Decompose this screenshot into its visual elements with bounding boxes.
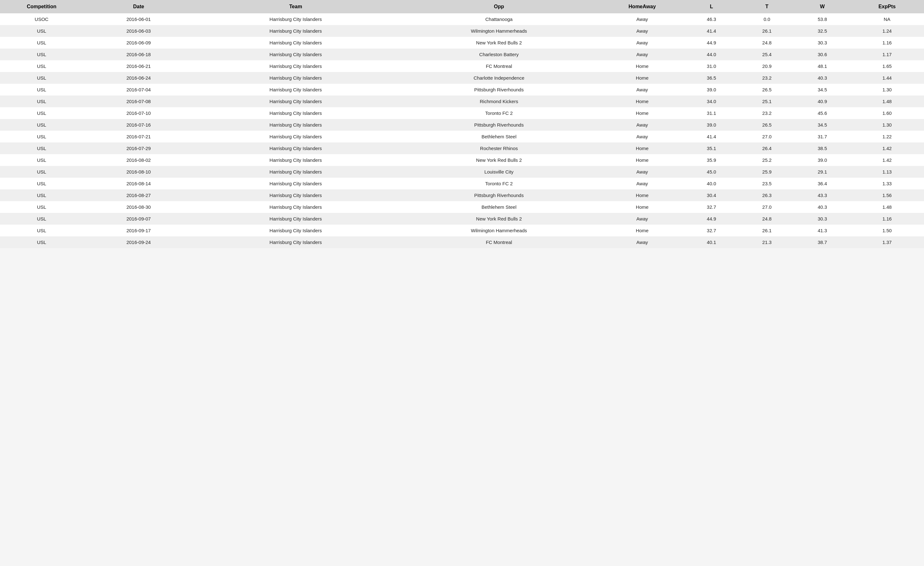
cell-team: Harrisburg City Islanders: [194, 119, 398, 131]
cell-l: 34.0: [684, 96, 740, 107]
cell-team: Harrisburg City Islanders: [194, 154, 398, 166]
cell-competition: USL: [0, 201, 83, 213]
cell-exppts: 1.16: [850, 37, 924, 49]
cell-competition: USL: [0, 154, 83, 166]
cell-competition: USL: [0, 96, 83, 107]
cell-t: 20.9: [740, 60, 795, 72]
cell-t: 25.9: [740, 166, 795, 178]
cell-exppts: 1.56: [850, 189, 924, 201]
cell-t: 21.3: [740, 237, 795, 248]
cell-exppts: NA: [850, 13, 924, 25]
header-l: L: [684, 0, 740, 13]
table-header-row: Competition Date Team Opp HomeAway L T W…: [0, 0, 924, 13]
cell-w: 48.1: [795, 60, 850, 72]
table-row: USL2016-06-21Harrisburg City IslandersFC…: [0, 60, 924, 72]
cell-opp: Pittsburgh Riverhounds: [397, 84, 601, 96]
cell-team: Harrisburg City Islanders: [194, 213, 398, 225]
header-team: Team: [194, 0, 398, 13]
cell-homeaway: Away: [601, 37, 684, 49]
cell-t: 23.2: [740, 107, 795, 119]
table-row: USL2016-08-30Harrisburg City IslandersBe…: [0, 201, 924, 213]
table-row: USL2016-09-17Harrisburg City IslandersWi…: [0, 225, 924, 237]
cell-opp: Richmond Kickers: [397, 96, 601, 107]
cell-competition: USL: [0, 178, 83, 189]
cell-exppts: 1.50: [850, 225, 924, 237]
cell-opp: New York Red Bulls 2: [397, 154, 601, 166]
cell-competition: USL: [0, 37, 83, 49]
cell-l: 44.9: [684, 37, 740, 49]
cell-exppts: 1.42: [850, 154, 924, 166]
cell-l: 46.3: [684, 13, 740, 25]
cell-team: Harrisburg City Islanders: [194, 225, 398, 237]
cell-competition: USL: [0, 60, 83, 72]
cell-w: 45.6: [795, 107, 850, 119]
cell-date: 2016-07-04: [83, 84, 194, 96]
cell-t: 27.0: [740, 131, 795, 142]
cell-l: 31.0: [684, 60, 740, 72]
cell-opp: Pittsburgh Riverhounds: [397, 189, 601, 201]
cell-team: Harrisburg City Islanders: [194, 25, 398, 37]
cell-homeaway: Away: [601, 49, 684, 60]
cell-homeaway: Home: [601, 154, 684, 166]
cell-team: Harrisburg City Islanders: [194, 142, 398, 154]
cell-date: 2016-07-10: [83, 107, 194, 119]
table-row: USL2016-06-18Harrisburg City IslandersCh…: [0, 49, 924, 60]
cell-competition: USL: [0, 142, 83, 154]
cell-opp: New York Red Bulls 2: [397, 213, 601, 225]
cell-t: 26.5: [740, 84, 795, 96]
cell-w: 38.5: [795, 142, 850, 154]
cell-date: 2016-07-21: [83, 131, 194, 142]
cell-competition: USL: [0, 84, 83, 96]
table-row: USL2016-08-10Harrisburg City IslandersLo…: [0, 166, 924, 178]
cell-l: 41.4: [684, 131, 740, 142]
cell-date: 2016-09-07: [83, 213, 194, 225]
cell-w: 30.6: [795, 49, 850, 60]
cell-homeaway: Home: [601, 142, 684, 154]
cell-exppts: 1.30: [850, 84, 924, 96]
cell-w: 40.9: [795, 96, 850, 107]
cell-exppts: 1.48: [850, 96, 924, 107]
cell-homeaway: Away: [601, 119, 684, 131]
cell-date: 2016-07-29: [83, 142, 194, 154]
header-w: W: [795, 0, 850, 13]
cell-competition: USL: [0, 119, 83, 131]
table-row: USL2016-07-04Harrisburg City IslandersPi…: [0, 84, 924, 96]
cell-date: 2016-06-03: [83, 25, 194, 37]
cell-exppts: 1.42: [850, 142, 924, 154]
cell-t: 26.1: [740, 25, 795, 37]
cell-exppts: 1.13: [850, 166, 924, 178]
cell-exppts: 1.44: [850, 72, 924, 84]
cell-date: 2016-08-30: [83, 201, 194, 213]
cell-w: 31.7: [795, 131, 850, 142]
cell-t: 23.5: [740, 178, 795, 189]
cell-competition: USL: [0, 49, 83, 60]
cell-competition: USL: [0, 189, 83, 201]
table-row: USL2016-07-21Harrisburg City IslandersBe…: [0, 131, 924, 142]
cell-l: 40.1: [684, 237, 740, 248]
cell-competition: USL: [0, 25, 83, 37]
cell-team: Harrisburg City Islanders: [194, 131, 398, 142]
cell-l: 40.0: [684, 178, 740, 189]
cell-date: 2016-09-24: [83, 237, 194, 248]
cell-w: 38.7: [795, 237, 850, 248]
header-t: T: [740, 0, 795, 13]
cell-date: 2016-06-24: [83, 72, 194, 84]
cell-l: 31.1: [684, 107, 740, 119]
cell-w: 53.8: [795, 13, 850, 25]
table-row: USL2016-07-16Harrisburg City IslandersPi…: [0, 119, 924, 131]
cell-exppts: 1.65: [850, 60, 924, 72]
cell-opp: Wilmington Hammerheads: [397, 25, 601, 37]
table-row: USL2016-09-07Harrisburg City IslandersNe…: [0, 213, 924, 225]
cell-exppts: 1.17: [850, 49, 924, 60]
cell-opp: Toronto FC 2: [397, 178, 601, 189]
table-row: USL2016-07-29Harrisburg City IslandersRo…: [0, 142, 924, 154]
cell-date: 2016-07-08: [83, 96, 194, 107]
cell-t: 26.1: [740, 225, 795, 237]
table-row: USL2016-08-27Harrisburg City IslandersPi…: [0, 189, 924, 201]
cell-opp: Toronto FC 2: [397, 107, 601, 119]
cell-w: 30.3: [795, 213, 850, 225]
cell-competition: USL: [0, 72, 83, 84]
cell-opp: Louisville City: [397, 166, 601, 178]
cell-date: 2016-08-14: [83, 178, 194, 189]
cell-opp: Chattanooga: [397, 13, 601, 25]
